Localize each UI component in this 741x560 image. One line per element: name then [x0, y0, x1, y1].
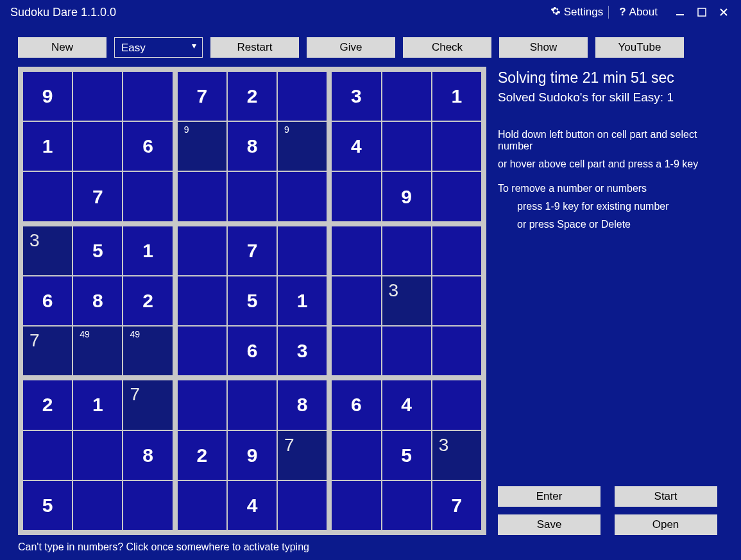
sudoku-cell[interactable]: 49: [123, 327, 172, 375]
start-button[interactable]: Start: [615, 486, 717, 507]
sudoku-cell[interactable]: 1: [432, 72, 481, 121]
sudoku-cell[interactable]: 3: [23, 226, 72, 275]
sudoku-cell[interactable]: [73, 122, 122, 171]
sudoku-board: 9167729893149351682749497516332178582974…: [18, 67, 486, 535]
sudoku-cell[interactable]: 7: [23, 327, 72, 375]
sudoku-cell[interactable]: 3: [278, 327, 327, 375]
sudoku-cell[interactable]: [123, 172, 172, 221]
sudoku-cell[interactable]: 4: [382, 380, 431, 429]
sudoku-cell[interactable]: 8: [123, 431, 172, 480]
sudoku-cell[interactable]: 8: [228, 122, 277, 171]
sudoku-cell[interactable]: [278, 481, 327, 530]
sudoku-cell[interactable]: 7: [432, 481, 481, 530]
sudoku-cell[interactable]: 3: [382, 276, 431, 325]
sudoku-cell[interactable]: 9: [178, 122, 226, 171]
open-button[interactable]: Open: [615, 514, 717, 535]
sudoku-cell[interactable]: 7: [278, 431, 327, 480]
sudoku-cell[interactable]: [432, 172, 481, 221]
sudoku-cell[interactable]: 6: [228, 327, 277, 375]
sudoku-cell[interactable]: [278, 226, 327, 275]
sudoku-cell[interactable]: [432, 327, 481, 375]
sudoku-cell[interactable]: 1: [23, 122, 72, 171]
sudoku-cell[interactable]: [178, 276, 226, 325]
sudoku-cell[interactable]: [228, 172, 277, 221]
maximize-button[interactable]: [692, 4, 711, 20]
sudoku-cell[interactable]: 1: [278, 276, 327, 325]
sudoku-cell[interactable]: 9: [23, 72, 72, 121]
sudoku-cell[interactable]: 5: [228, 276, 277, 325]
sudoku-cell[interactable]: 9: [382, 172, 431, 221]
sudoku-cell[interactable]: [23, 431, 72, 480]
sudoku-cell[interactable]: 7: [178, 72, 226, 121]
sudoku-cell[interactable]: [332, 481, 380, 530]
sudoku-cell[interactable]: [178, 327, 226, 375]
sudoku-cell[interactable]: [382, 122, 431, 171]
sudoku-cell[interactable]: [432, 226, 481, 275]
sudoku-cell[interactable]: 3: [432, 431, 481, 480]
sudoku-cell[interactable]: 5: [23, 481, 72, 530]
sudoku-cell[interactable]: 1: [73, 380, 122, 429]
sudoku-cell[interactable]: [73, 72, 122, 121]
sudoku-cell[interactable]: 4: [332, 122, 380, 171]
close-button[interactable]: [714, 4, 733, 20]
sudoku-cell[interactable]: 2: [23, 380, 72, 429]
sudoku-cell[interactable]: [382, 226, 431, 275]
show-button[interactable]: Show: [499, 37, 588, 58]
sudoku-cell[interactable]: [432, 380, 481, 429]
sudoku-cell[interactable]: 2: [178, 431, 226, 480]
sudoku-cell[interactable]: 7: [123, 380, 172, 429]
sudoku-cell[interactable]: [432, 276, 481, 325]
sudoku-cell[interactable]: [332, 172, 380, 221]
sudoku-cell[interactable]: 5: [73, 226, 122, 275]
sudoku-cell[interactable]: 7: [228, 226, 277, 275]
sudoku-cell[interactable]: [178, 226, 226, 275]
sudoku-cell[interactable]: [123, 72, 172, 121]
cell-value: 3: [389, 280, 399, 325]
settings-button[interactable]: Settings: [550, 6, 603, 19]
new-button[interactable]: New: [18, 37, 106, 58]
sudoku-cell[interactable]: [73, 431, 122, 480]
sudoku-cell[interactable]: [332, 276, 380, 325]
about-button[interactable]: ? About: [619, 6, 658, 19]
restart-button[interactable]: Restart: [210, 37, 299, 58]
sudoku-cell[interactable]: 4: [228, 481, 277, 530]
sudoku-cell[interactable]: 6: [332, 380, 380, 429]
sudoku-cell[interactable]: 49: [73, 327, 122, 375]
sudoku-cell[interactable]: [382, 327, 431, 375]
sudoku-cell[interactable]: [332, 431, 380, 480]
enter-button[interactable]: Enter: [498, 486, 600, 507]
sudoku-cell[interactable]: 2: [123, 276, 172, 325]
sudoku-cell[interactable]: 7: [73, 172, 122, 221]
sudoku-cell[interactable]: [123, 481, 172, 530]
sudoku-cell[interactable]: 9: [278, 122, 327, 171]
sudoku-cell[interactable]: 3: [332, 72, 380, 121]
sudoku-cell[interactable]: 8: [278, 380, 327, 429]
footer-hint: Can't type in numbers? Click once somewh…: [0, 535, 741, 553]
sudoku-cell[interactable]: [73, 481, 122, 530]
minimize-button[interactable]: [670, 4, 690, 20]
sudoku-cell[interactable]: 8: [73, 276, 122, 325]
sudoku-cell[interactable]: [278, 172, 327, 221]
sudoku-cell[interactable]: [332, 327, 380, 375]
sudoku-cell[interactable]: [178, 481, 226, 530]
check-button[interactable]: Check: [403, 37, 491, 58]
sudoku-cell[interactable]: [332, 226, 380, 275]
sudoku-cell[interactable]: 2: [228, 72, 277, 121]
sudoku-cell[interactable]: 5: [382, 431, 431, 480]
sudoku-cell[interactable]: [382, 481, 431, 530]
youtube-button[interactable]: YouTube: [595, 37, 684, 58]
sudoku-cell[interactable]: 1: [123, 226, 172, 275]
sudoku-cell[interactable]: [382, 72, 431, 121]
save-button[interactable]: Save: [498, 514, 600, 535]
sudoku-cell[interactable]: 6: [123, 122, 172, 171]
sudoku-cell[interactable]: [178, 172, 226, 221]
sudoku-cell[interactable]: [23, 172, 72, 221]
sudoku-cell[interactable]: 6: [23, 276, 72, 325]
sudoku-cell[interactable]: 9: [228, 431, 277, 480]
sudoku-cell[interactable]: [228, 380, 277, 429]
give-button[interactable]: Give: [307, 37, 395, 58]
sudoku-cell[interactable]: [178, 380, 226, 429]
sudoku-cell[interactable]: [278, 72, 327, 121]
difficulty-select[interactable]: Easy: [114, 37, 203, 58]
sudoku-cell[interactable]: [432, 122, 481, 171]
